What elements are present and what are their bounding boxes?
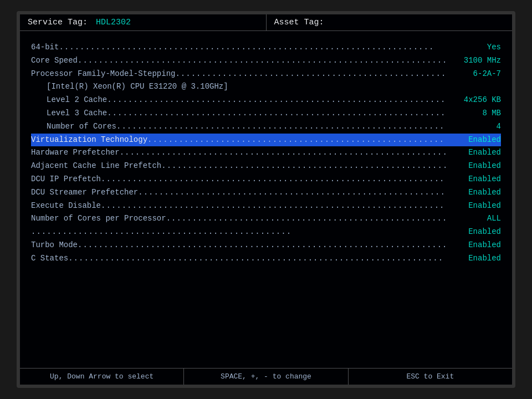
row-label: DCU IP Prefetch <box>31 173 101 186</box>
bios-row: Number of Cores ........................… <box>31 120 501 134</box>
row-label: Adjacent Cache Line Prefetch <box>31 160 161 173</box>
row-label: Level 2 Cache <box>47 94 107 107</box>
row-label: Virtualization Technology <box>31 134 147 147</box>
row-label: DCU Streamer Prefetcher <box>31 186 138 200</box>
asset-tag-label: Asset Tag: <box>274 18 324 27</box>
row-value: Enabled <box>446 186 501 200</box>
row-dots: ........................................… <box>147 134 446 147</box>
row-label: Turbo Mode <box>31 239 78 252</box>
row-value: 8 MB <box>446 107 501 120</box>
footer-exit: ESC to Exit <box>349 369 512 385</box>
bios-screen: Service Tag: HDL2302 Asset Tag: 64-bit .… <box>17 11 515 388</box>
bios-row: Level 2 Cache ..........................… <box>31 94 501 107</box>
row-dots: ........................................… <box>175 68 446 81</box>
service-tag-section: Service Tag: HDL2302 <box>20 14 267 30</box>
row-label: Execute Disable <box>31 200 101 213</box>
row-label: Hardware Prefetcher <box>31 146 120 160</box>
bios-content: 64-bit .................................… <box>20 31 512 368</box>
row-dots: ........................................… <box>101 173 446 186</box>
service-tag-value: HDL2302 <box>96 18 131 27</box>
row-value: Enabled <box>446 226 501 239</box>
bios-row: DCU Streamer Prefetcher ................… <box>31 186 501 200</box>
row-label: Number of Cores per Processor <box>31 212 166 226</box>
row-value: Enabled <box>446 146 501 160</box>
row-label: Level 3 Cache <box>47 107 107 120</box>
row-dots: ........................................… <box>116 120 446 134</box>
row-value: ALL <box>446 212 501 226</box>
row-value: 6-2A-7 <box>446 68 501 81</box>
footer-change: SPACE, +, - to change <box>184 369 348 385</box>
row-dots: ........................................… <box>101 200 446 213</box>
row-value: 4 <box>446 120 501 134</box>
row-dots: ........................................… <box>78 54 446 68</box>
row-value: Enabled <box>446 160 501 173</box>
row-dots: ........................................… <box>138 186 446 200</box>
bios-row: [Intel(R) Xeon(R) CPU E31220 @ 3.10GHz] <box>31 80 501 94</box>
footer-nav: Up, Down Arrow to select <box>20 369 184 385</box>
row-dots: ........................................… <box>78 239 446 252</box>
row-value: Enabled <box>446 134 501 147</box>
bios-row: C States ...............................… <box>31 252 501 265</box>
service-tag-label: Service Tag: <box>28 18 88 27</box>
row-dots: ........................................… <box>166 212 446 226</box>
row-label: Processor Family-Model-Stepping <box>31 68 175 81</box>
row-dots: ........................................… <box>59 41 446 54</box>
row-label: [Intel(R) Xeon(R) CPU E31220 @ 3.10GHz] <box>47 80 228 94</box>
row-dots: ........................................… <box>107 94 446 107</box>
row-label: C States <box>31 252 68 265</box>
bios-row: Level 3 Cache ..........................… <box>31 107 501 120</box>
row-value: Enabled <box>446 252 501 265</box>
bios-row: 64-bit .................................… <box>31 41 501 54</box>
row-dots: ........................................… <box>161 160 446 173</box>
bios-header: Service Tag: HDL2302 Asset Tag: <box>20 14 512 31</box>
bios-row[interactable]: Virtualization Technology ..............… <box>31 134 501 147</box>
asset-tag-section: Asset Tag: <box>267 14 513 30</box>
row-value: Enabled <box>446 200 501 213</box>
bios-row: Number of Cores per Processor ..........… <box>31 212 501 226</box>
row-dots: ........................................… <box>120 146 446 160</box>
row-dots: ........................................… <box>68 252 446 265</box>
row-dots: ........................................… <box>107 107 446 120</box>
bios-footer: Up, Down Arrow to select SPACE, +, - to … <box>20 368 512 385</box>
row-value: 3100 MHz <box>446 54 501 68</box>
row-value: Yes <box>446 41 501 54</box>
bios-row: Hardware Prefetcher ....................… <box>31 146 501 160</box>
bios-row: Execute Disable ........................… <box>31 200 501 213</box>
row-dots: ........................................… <box>31 226 446 239</box>
row-value: Enabled <box>446 173 501 186</box>
row-value: Enabled <box>446 239 501 252</box>
bios-row: Core Speed .............................… <box>31 54 501 68</box>
bios-row: Processor Family-Model-Stepping ........… <box>31 68 501 81</box>
bios-row: Adjacent Cache Line Prefetch ...........… <box>31 160 501 173</box>
row-label: Number of Cores <box>47 120 116 134</box>
row-value: 4x256 KB <box>446 94 501 107</box>
bios-row: DCU IP Prefetch ........................… <box>31 173 501 186</box>
bios-row: ........................................… <box>31 226 501 239</box>
row-label: 64-bit <box>31 41 59 54</box>
row-label: Core Speed <box>31 54 78 68</box>
bios-row: Turbo Mode .............................… <box>31 239 501 252</box>
